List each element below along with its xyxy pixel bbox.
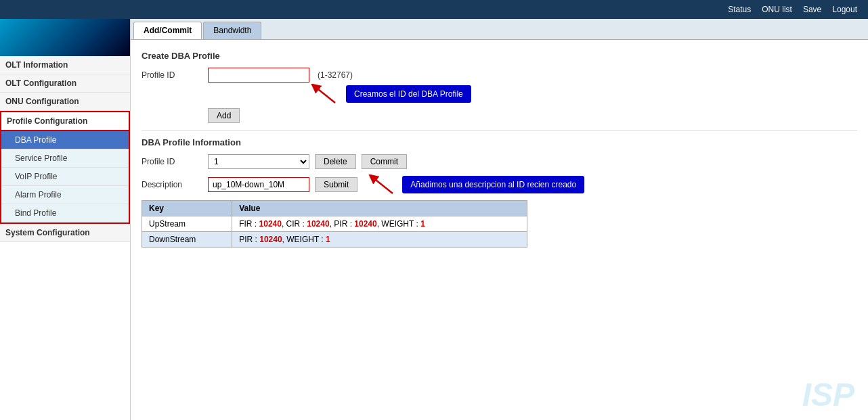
weight-value: 1 <box>420 219 425 229</box>
sidebar-item-bind-profile[interactable]: Bind Profile <box>1 204 129 223</box>
cir-value: 10240 <box>307 219 329 229</box>
ds-pir-label: PIR : <box>239 235 259 244</box>
add-button[interactable]: Add <box>208 108 240 123</box>
description-input[interactable] <box>208 177 309 192</box>
upstream-value: FIR : 10240, CIR : 10240, PIR : 10240, W… <box>232 216 527 232</box>
create-profile-id-input[interactable] <box>208 68 309 83</box>
table-row: DownStream PIR : 10240, WEIGHT : 1 <box>142 232 527 248</box>
table-header-value: Value <box>232 201 527 216</box>
downstream-key: DownStream <box>142 232 232 248</box>
pir-label: , PIR : <box>330 219 355 229</box>
section-divider <box>142 130 857 131</box>
cir-label: , CIR : <box>282 219 307 229</box>
sidebar-item-olt-configuration[interactable]: OLT Configuration <box>0 74 130 93</box>
fir-label: FIR : <box>239 219 259 229</box>
info-profile-id-select[interactable]: 1 <box>208 154 309 169</box>
table-header-key: Key <box>142 201 232 216</box>
ds-weight-label: , WEIGHT : <box>282 235 326 244</box>
sidebar-profile-subitems: DBA Profile Service Profile VoIP Profile… <box>0 131 130 224</box>
commit-button[interactable]: Commit <box>362 154 407 169</box>
description-row: Description Submit Añadimos una descripc… <box>142 174 857 195</box>
sidebar-bg <box>0 19 130 56</box>
logout-link[interactable]: Logout <box>832 5 857 14</box>
arrow-up-right-icon <box>308 84 342 104</box>
annotation-box-2: Añadimos una descripcion al ID recien cr… <box>402 176 584 193</box>
sidebar-item-olt-information[interactable]: OLT Information <box>0 56 130 74</box>
delete-button[interactable]: Delete <box>315 154 356 169</box>
create-profile-id-row: Profile ID (1-32767) <box>142 68 857 83</box>
sidebar-item-service-profile[interactable]: Service Profile <box>1 149 129 168</box>
submit-button[interactable]: Submit <box>315 177 357 192</box>
info-section-title: DBA Profile Information <box>142 137 857 147</box>
sidebar-item-profile-configuration[interactable]: Profile Configuration <box>0 111 130 131</box>
sidebar-header <box>0 19 130 56</box>
downstream-value: PIR : 10240, WEIGHT : 1 <box>232 232 527 248</box>
profile-id-hint: (1-32767) <box>318 70 353 80</box>
save-link[interactable]: Save <box>803 5 821 14</box>
onu-list-link[interactable]: ONU list <box>762 5 792 14</box>
info-profile-id-row: Profile ID 1 Delete Commit <box>142 154 857 169</box>
sidebar-item-system-configuration[interactable]: System Configuration <box>0 224 130 242</box>
content-area: Create DBA Profile Profile ID (1-32767) … <box>131 40 868 256</box>
fir-value: 10240 <box>259 219 282 229</box>
pir-value: 10240 <box>354 219 376 229</box>
sidebar-item-alarm-profile[interactable]: Alarm Profile <box>1 186 129 204</box>
table-row: UpStream FIR : 10240, CIR : 10240, PIR :… <box>142 216 527 232</box>
info-profile-id-label: Profile ID <box>142 157 202 166</box>
tab-add-commit[interactable]: Add/Commit <box>133 22 202 39</box>
status-link[interactable]: Status <box>728 5 751 14</box>
create-profile-id-label: Profile ID <box>142 70 202 80</box>
ds-pir-value: 10240 <box>259 235 282 244</box>
arrow-up-right-icon-2 <box>366 174 399 195</box>
sidebar-item-onu-configuration[interactable]: ONU Configuration <box>0 93 130 111</box>
ds-weight-value: 1 <box>326 235 330 244</box>
tab-bandwidth[interactable]: Bandwidth <box>203 22 261 39</box>
sidebar: OLT Information OLT Configuration ONU Co… <box>0 19 131 420</box>
upstream-key: UpStream <box>142 216 232 232</box>
annotation-row-1: Creamos el ID del DBA Profile <box>308 84 857 104</box>
tabbar: Add/Commit Bandwidth <box>131 19 868 40</box>
sidebar-item-voip-profile[interactable]: VoIP Profile <box>1 168 129 186</box>
weight-label: , WEIGHT : <box>377 219 420 229</box>
description-label: Description <box>142 180 202 189</box>
dba-profile-table: Key Value UpStream FIR : 10240, CIR : 10… <box>142 200 527 248</box>
create-section-title: Create DBA Profile <box>142 51 857 61</box>
sidebar-item-dba-profile[interactable]: DBA Profile <box>1 131 129 149</box>
watermark: ISP <box>802 376 854 413</box>
svg-line-3 <box>372 177 393 193</box>
annotation-row-2: Añadimos una descripcion al ID recien cr… <box>366 174 584 195</box>
main-content: Add/Commit Bandwidth Create DBA Profile … <box>131 19 868 420</box>
add-button-row: Add <box>142 108 857 123</box>
annotation-box-1: Creamos el ID del DBA Profile <box>346 85 471 103</box>
main-layout: OLT Information OLT Configuration ONU Co… <box>0 19 868 420</box>
svg-line-1 <box>315 87 335 103</box>
topbar: Status ONU list Save Logout <box>0 0 868 19</box>
